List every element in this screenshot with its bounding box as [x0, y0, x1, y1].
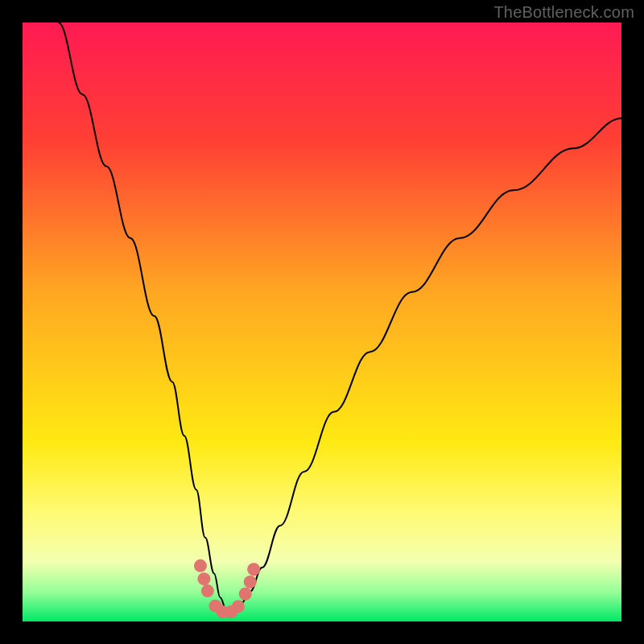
optimal-range-dots: [239, 588, 252, 601]
watermark-text: TheBottleneck.com: [493, 3, 634, 22]
optimal-range-dots: [232, 600, 245, 613]
bottleneck-chart: [23, 23, 621, 621]
optimal-range-dots: [194, 559, 207, 572]
chart-frame: [23, 23, 621, 621]
optimal-range-dots: [197, 572, 210, 585]
optimal-range-dots: [247, 563, 260, 576]
optimal-range-dots: [201, 584, 214, 597]
gradient-background: [23, 23, 621, 621]
optimal-range-dots: [244, 576, 257, 588]
